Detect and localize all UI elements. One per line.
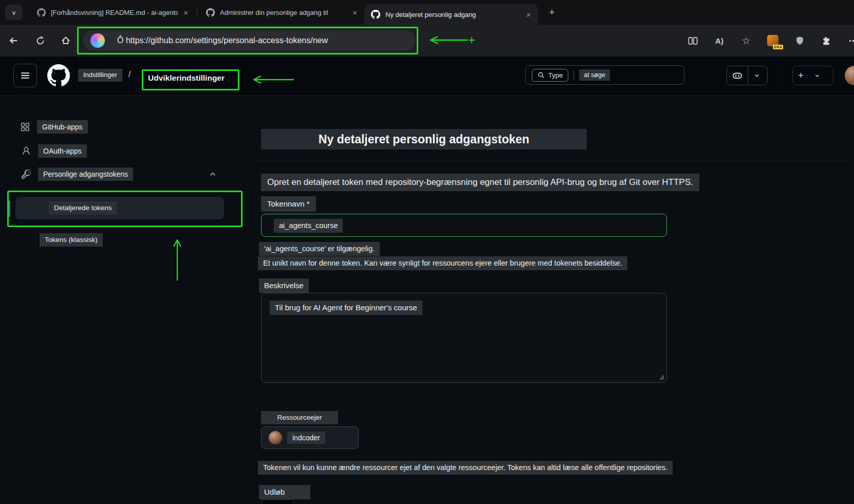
plus-icon: + bbox=[793, 66, 809, 85]
resize-handle-icon[interactable] bbox=[659, 375, 664, 380]
screen: v [Forhåndsvisning] README.md - ai-agent… bbox=[0, 0, 854, 504]
tab-favicon-icon bbox=[205, 7, 215, 17]
sidebar-item-github-apps[interactable]: GitHub-apps bbox=[21, 120, 88, 134]
search-placeholder: at søge bbox=[579, 69, 610, 81]
sidebar-item-label: Personlige adgangstokens bbox=[38, 167, 133, 181]
tab-actions-button[interactable]: v bbox=[5, 5, 23, 20]
annotation-box-address-bar bbox=[77, 27, 418, 54]
title-divider bbox=[252, 160, 848, 161]
extensions-puzzle-icon bbox=[822, 36, 831, 46]
token-name-value: ai_agents_course bbox=[274, 219, 343, 233]
tab-favicon-icon bbox=[36, 7, 46, 17]
description-value: Til brug for AI Agent for Beginner's cou… bbox=[270, 301, 422, 315]
global-search-input[interactable]: Type at søge bbox=[525, 65, 684, 85]
github-header: Indstillinger / Udviklerindstillinger Ty… bbox=[0, 57, 854, 96]
sidebar-item-oauth-apps[interactable]: OAuth-apps bbox=[22, 144, 87, 158]
resource-owner-help: Tokenen vil kun kunne ændre ressourcer e… bbox=[258, 461, 673, 475]
tab-title: Ny detaljeret personlig adgang bbox=[385, 11, 521, 18]
expiration-label: Udløb bbox=[259, 485, 310, 499]
browser-tab-readme[interactable]: [Forhåndsvisning] README.md - ai-agents … bbox=[30, 4, 195, 21]
read-aloud-button[interactable]: A) bbox=[710, 31, 729, 50]
description-textarea[interactable]: Til brug for AI Agent for Beginner's cou… bbox=[261, 293, 667, 383]
browser-shield-icon bbox=[795, 36, 805, 46]
chevron-up-icon[interactable] bbox=[208, 170, 217, 179]
new-tab-button[interactable]: + bbox=[544, 5, 560, 20]
home-button[interactable] bbox=[57, 31, 75, 50]
browser-menu-button[interactable] bbox=[844, 31, 854, 50]
github-octocat-icon bbox=[47, 64, 70, 87]
chevron-down-icon bbox=[809, 66, 826, 85]
resource-owner-label: Ressourceejer bbox=[261, 411, 338, 424]
token-name-help: Et unikt navn for denne token. Kan være … bbox=[258, 256, 627, 270]
copilot-goggles-icon bbox=[727, 66, 748, 85]
refresh-icon bbox=[35, 36, 45, 46]
resource-owner-value: indcoder bbox=[287, 432, 325, 444]
person-icon bbox=[22, 146, 31, 156]
sidebar-item-label: GitHub-apps bbox=[37, 120, 88, 134]
breadcrumb-settings-link[interactable]: Indstillinger bbox=[78, 69, 122, 82]
expiration-select-stub[interactable] bbox=[261, 499, 294, 504]
browser-tab-new-token-active[interactable]: Ny detaljeret personlig adgang × bbox=[364, 4, 538, 25]
shield-button[interactable] bbox=[790, 31, 809, 50]
back-button[interactable] bbox=[4, 31, 23, 50]
browser-tab-manage-access[interactable]: Administrer din personlige adgang til × bbox=[199, 4, 364, 21]
create-new-button[interactable]: + bbox=[792, 66, 833, 85]
split-screen-button[interactable] bbox=[683, 31, 702, 50]
search-icon bbox=[537, 71, 545, 79]
split-screen-icon bbox=[688, 36, 698, 46]
era-extension-button[interactable]: ERA bbox=[764, 31, 782, 50]
browser-tab-bar: v [Forhåndsvisning] README.md - ai-agent… bbox=[0, 0, 854, 25]
tab-title: Administrer din personlige adgang til bbox=[220, 9, 347, 16]
tab-favicon-icon bbox=[370, 9, 381, 20]
browser-menu-icon bbox=[848, 36, 854, 46]
refresh-button[interactable] bbox=[31, 31, 49, 50]
extensions-button[interactable] bbox=[817, 31, 836, 50]
annotation-arrow-developer-settings bbox=[247, 73, 296, 86]
tab-close-icon[interactable]: × bbox=[351, 9, 358, 16]
favorites-button[interactable]: ☆ bbox=[737, 31, 755, 50]
annotation-box-fine-grained-tokens bbox=[7, 191, 243, 227]
chevron-down-icon bbox=[748, 66, 766, 85]
sidebar-item-label: OAuth-apps bbox=[38, 144, 87, 158]
description-label: Beskrivelse bbox=[259, 278, 309, 293]
sidebar-item-personal-access-tokens[interactable]: Personlige adgangstokens bbox=[22, 167, 133, 181]
annotation-box-developer-settings bbox=[142, 69, 239, 90]
search-command-box: Type bbox=[532, 69, 568, 82]
annotation-arrow-fine-grained-tokens bbox=[171, 235, 183, 283]
global-nav-menu-button[interactable] bbox=[13, 64, 37, 87]
token-name-input[interactable]: ai_agents_course bbox=[261, 214, 667, 237]
tab-close-icon[interactable]: × bbox=[182, 9, 189, 16]
breadcrumb-separator: / bbox=[128, 70, 131, 79]
github-logo[interactable] bbox=[47, 64, 70, 87]
tab-separator bbox=[197, 8, 197, 17]
resource-owner-avatar bbox=[269, 431, 282, 444]
user-avatar[interactable] bbox=[845, 66, 854, 85]
page-title: Ny detaljeret personlig adgangstoken bbox=[261, 129, 587, 150]
token-name-label: Tokennavn * bbox=[261, 196, 316, 212]
intro-text: Opret en detaljeret token med repository… bbox=[261, 174, 699, 191]
apps-grid-icon bbox=[21, 122, 30, 132]
annotation-arrow-address-bar bbox=[422, 33, 477, 47]
era-badge: ERA bbox=[773, 45, 783, 49]
back-icon bbox=[8, 35, 18, 46]
resource-owner-select[interactable]: indcoder bbox=[261, 426, 359, 449]
hamburger-icon bbox=[20, 70, 31, 81]
copilot-menu-button[interactable] bbox=[727, 66, 768, 85]
sidebar-item-tokens-classic[interactable]: Tokens (klassisk) bbox=[40, 233, 103, 247]
search-command-label: Type bbox=[548, 71, 563, 79]
home-icon bbox=[61, 35, 71, 46]
toolbar-icon-group: A) ☆ ERA bbox=[683, 31, 854, 50]
tab-close-icon[interactable]: × bbox=[525, 11, 532, 18]
key-icon bbox=[22, 170, 31, 179]
search-divider bbox=[573, 70, 574, 80]
token-name-availability: 'ai_agents_course' er tilgængelig. bbox=[259, 242, 380, 256]
tab-title: [Forhåndsvisning] README.md - ai-agents bbox=[51, 9, 178, 16]
